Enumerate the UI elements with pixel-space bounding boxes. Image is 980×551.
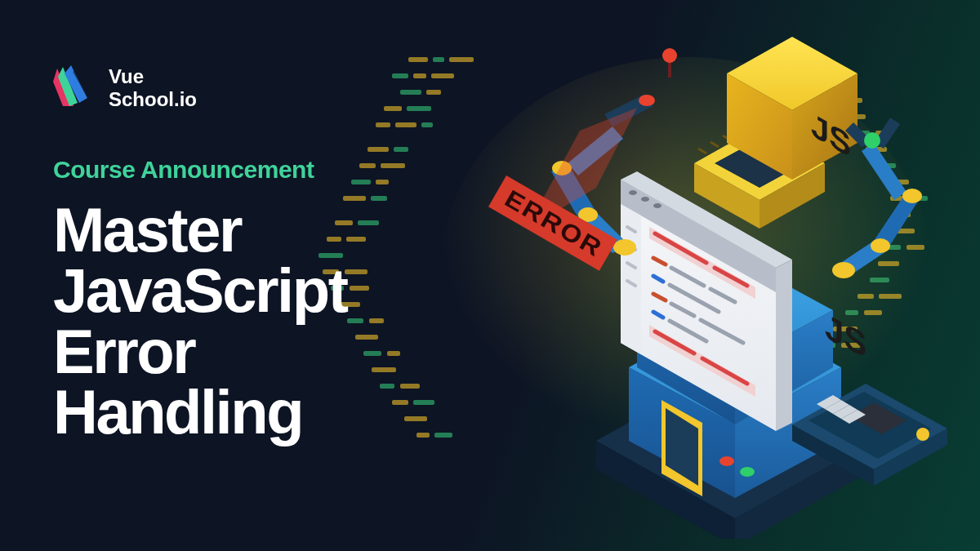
svg-point-30 <box>629 190 637 195</box>
svg-marker-28 <box>776 260 792 431</box>
svg-point-86 <box>902 189 922 203</box>
brand-name-line2: School.io <box>109 88 197 111</box>
svg-point-87 <box>864 132 880 149</box>
svg-point-31 <box>641 197 649 202</box>
brand-name-line1: Vue <box>109 65 197 88</box>
promo-text-block: Vue School.io Course Announcement Master… <box>53 65 346 443</box>
title-line4: Handling <box>53 382 346 442</box>
svg-point-72 <box>613 239 636 256</box>
svg-point-76 <box>639 95 655 106</box>
svg-point-84 <box>832 262 855 278</box>
brand-name: Vue School.io <box>109 65 197 110</box>
isometric-illustration: JS JS <box>384 16 956 539</box>
course-announcement-label: Course Announcement <box>53 156 346 184</box>
brand-logo: Vue School.io <box>53 65 346 111</box>
svg-point-32 <box>653 203 662 208</box>
title-line1: Master <box>53 200 346 260</box>
svg-point-25 <box>916 428 929 441</box>
svg-point-78 <box>662 48 677 63</box>
svg-point-85 <box>871 238 890 253</box>
svg-marker-33 <box>621 204 641 354</box>
svg-point-9 <box>719 456 734 466</box>
vueschool-logo-icon <box>53 65 94 111</box>
course-title: Master JavaScript Error Handling <box>53 200 346 443</box>
title-line3: Error <box>53 322 346 382</box>
svg-point-10 <box>740 467 755 477</box>
title-line2: JavaScript <box>53 260 346 321</box>
